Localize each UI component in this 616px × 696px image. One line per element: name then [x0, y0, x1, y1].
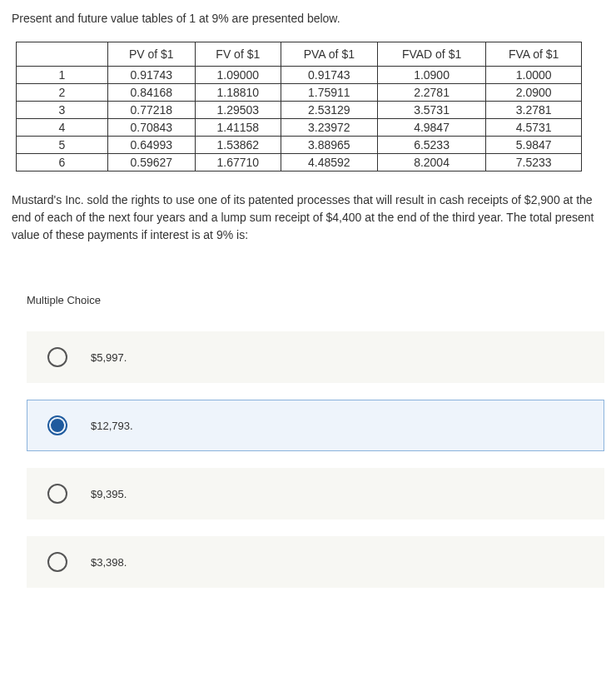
radio-icon[interactable] [47, 347, 67, 367]
table-row: 50.649931.538623.889656.52335.9847 [17, 137, 582, 154]
cell-fvad: 6.5233 [377, 137, 486, 154]
cell-pva: 3.88965 [281, 137, 378, 154]
option-row[interactable]: $5,997. [27, 331, 604, 383]
cell-fva: 5.9847 [486, 137, 582, 154]
cell-fva: 1.0000 [486, 67, 582, 84]
option-label: $5,997. [91, 351, 127, 364]
cell-fvad: 1.0900 [377, 67, 486, 84]
option-label: $12,793. [91, 420, 133, 432]
option-row[interactable]: $3,398. [27, 536, 604, 588]
cell-fv: 1.53862 [195, 137, 281, 154]
table-row: 10.917431.090000.917431.09001.0000 [17, 67, 582, 84]
cell-n: 5 [17, 137, 108, 154]
cell-pva: 3.23972 [281, 119, 378, 137]
table-row: 20.841681.188101.759112.27812.0900 [17, 84, 582, 102]
header-pv: PV of $1 [108, 42, 196, 67]
cell-fv: 1.29503 [195, 102, 281, 119]
radio-icon[interactable] [47, 484, 67, 504]
cell-fva: 3.2781 [486, 102, 582, 119]
option-label: $3,398. [91, 556, 127, 569]
cell-fvad: 2.2781 [377, 84, 486, 102]
cell-fva: 7.5233 [486, 154, 582, 172]
table-row: 30.772181.295032.531293.57313.2781 [17, 102, 582, 119]
cell-n: 3 [17, 102, 108, 119]
header-fva: FVA of $1 [486, 42, 582, 67]
header-pva: PVA of $1 [281, 42, 378, 67]
cell-n: 4 [17, 119, 108, 137]
cell-fvad: 8.2004 [377, 154, 486, 172]
cell-n: 2 [17, 84, 108, 102]
cell-pv: 0.91743 [108, 67, 196, 84]
cell-pv: 0.64993 [108, 137, 196, 154]
question-text: Mustard's Inc. sold the rights to use on… [12, 191, 604, 244]
cell-fv: 1.09000 [195, 67, 281, 84]
cell-pva: 2.53129 [281, 102, 378, 119]
cell-fva: 2.0900 [486, 84, 582, 102]
table-header-row: PV of $1 FV of $1 PVA of $1 FVAD of $1 F… [17, 42, 582, 67]
cell-pva: 4.48592 [281, 154, 378, 172]
intro-text: Present and future value tables of 1 at … [12, 12, 604, 25]
table-row: 60.596271.677104.485928.20047.5233 [17, 154, 582, 172]
header-fvad: FVAD of $1 [377, 42, 486, 67]
cell-pv: 0.59627 [108, 154, 196, 172]
multiple-choice-label: Multiple Choice [27, 294, 604, 306]
table-row: 40.708431.411583.239724.98474.5731 [17, 119, 582, 137]
cell-n: 1 [17, 67, 108, 84]
cell-n: 6 [17, 154, 108, 172]
option-label: $9,395. [91, 488, 127, 500]
cell-pva: 1.75911 [281, 84, 378, 102]
cell-fv: 1.41158 [195, 119, 281, 137]
cell-pv: 0.77218 [108, 102, 196, 119]
header-empty [17, 42, 108, 67]
header-fv: FV of $1 [195, 42, 281, 67]
cell-fva: 4.5731 [486, 119, 582, 137]
radio-icon[interactable] [47, 552, 67, 572]
cell-fv: 1.67710 [195, 154, 281, 172]
cell-pva: 0.91743 [281, 67, 378, 84]
option-row[interactable]: $9,395. [27, 468, 604, 520]
cell-fvad: 4.9847 [377, 119, 486, 137]
cell-pv: 0.70843 [108, 119, 196, 137]
cell-fv: 1.18810 [195, 84, 281, 102]
radio-fill-icon [51, 419, 64, 432]
radio-icon[interactable] [47, 415, 67, 435]
cell-pv: 0.84168 [108, 84, 196, 102]
value-table: PV of $1 FV of $1 PVA of $1 FVAD of $1 F… [16, 42, 582, 172]
cell-fvad: 3.5731 [377, 102, 486, 119]
option-row[interactable]: $12,793. [27, 400, 604, 451]
